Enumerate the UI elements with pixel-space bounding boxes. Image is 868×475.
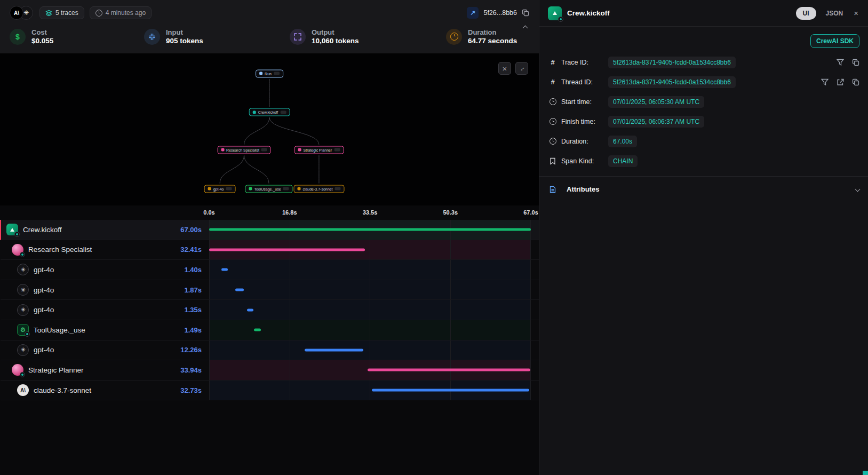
axis-tick: 33.5s — [363, 209, 378, 216]
node-badge — [334, 148, 340, 152]
timeline-track — [209, 360, 531, 380]
filter-button[interactable] — [821, 78, 829, 86]
sidebar-header: Crew.kickoff UI JSON — [539, 0, 868, 27]
attributes-section[interactable]: Attributes — [539, 176, 868, 202]
sidebar-title: Crew.kickoff — [567, 9, 791, 17]
span-label: Research Specialist — [28, 246, 92, 254]
copy-trace-id-button[interactable] — [522, 9, 529, 17]
open-thread-button[interactable] — [837, 78, 844, 86]
stat-value: 64.77 seconds — [468, 37, 517, 45]
timeline-row[interactable]: Crew.kickoff 67.00s — [0, 220, 539, 240]
stats-row: Cost $0.055 Input 905 tokens — [0, 23, 539, 53]
timeline-row[interactable]: gpt-4o 1.35s — [0, 300, 539, 320]
stat-label: Output — [312, 28, 359, 36]
duration-bar — [368, 369, 530, 371]
output-arrows-icon — [290, 29, 306, 45]
node-label: Research Specialist — [226, 148, 259, 152]
graph-node[interactable]: Crew.kickoff — [249, 108, 290, 116]
span-label: ToolUsage._use — [34, 326, 85, 334]
trace-panel: 5 traces 4 minutes ago 5f26...8bb6 — [0, 0, 539, 475]
expand-graph-button[interactable] — [515, 62, 528, 75]
tab-json[interactable]: JSON — [822, 7, 848, 20]
node-label: Crew.kickoff — [258, 110, 278, 114]
graph-node[interactable]: Strategic Planner — [294, 146, 344, 154]
copy-button[interactable] — [852, 59, 859, 66]
field-label: Trace ID: — [561, 59, 608, 66]
timeline-track — [209, 220, 531, 240]
graph-node[interactable]: Run — [256, 69, 283, 77]
field-label: Finish time: — [561, 118, 608, 125]
clock-icon — [450, 33, 458, 41]
node-badge — [280, 110, 286, 114]
trace-topbar: 5 traces 4 minutes ago 5f26...8bb6 — [0, 0, 539, 23]
node-label: Run — [265, 72, 272, 75]
time-ago-badge: 4 minutes ago — [90, 6, 152, 19]
crewai-subbadge-icon — [20, 252, 25, 257]
span-duration: 1.35s — [184, 306, 209, 314]
hash-icon — [548, 58, 558, 66]
span-label: claude-3.7-sonnet — [34, 386, 91, 394]
timeline-row[interactable]: gpt-4o 1.40s — [0, 260, 539, 280]
node-label: gpt-4o — [213, 187, 224, 191]
copy-icon — [852, 59, 859, 66]
span-duration: 1.87s — [184, 286, 209, 294]
node-badge — [261, 148, 267, 152]
resize-handle[interactable] — [863, 471, 868, 475]
close-graph-button[interactable] — [498, 62, 511, 75]
span-label: Crew.kickoff — [23, 226, 62, 234]
trend-up-icon[interactable] — [467, 7, 479, 19]
timeline-track — [209, 260, 531, 280]
timeline-row[interactable]: ToolUsage._use 1.49s — [0, 320, 539, 341]
graph-node[interactable]: gpt-4o — [204, 185, 236, 193]
crewai-subbadge-icon — [14, 232, 20, 237]
close-sidebar-button[interactable] — [853, 9, 859, 18]
trace-graph[interactable]: Run Crew.kickoff Research Specialist Str… — [0, 53, 539, 205]
openai-icon — [17, 304, 29, 316]
span-duration: 1.49s — [184, 326, 209, 334]
graph-node[interactable]: Research Specialist — [217, 146, 271, 154]
stat-label: Cost — [31, 28, 53, 36]
time-axis: 0.0s16.8s33.5s50.3s67.0s — [209, 205, 531, 220]
crewai-subbadge-icon — [558, 17, 563, 22]
node-badge — [226, 187, 232, 191]
thread-id-value[interactable]: 5f2613da-8371-9405-fcdd-0a1534cc8bb6 — [608, 76, 736, 88]
traces-badge[interactable]: 5 traces — [39, 6, 84, 19]
copy-button[interactable] — [852, 78, 859, 86]
anthropic-icon — [17, 384, 29, 396]
timeline-row[interactable]: gpt-4o 1.87s — [0, 280, 539, 300]
timeline-row[interactable]: Research Specialist 32.41s — [0, 240, 539, 260]
provider-logos — [10, 6, 33, 20]
graph-node[interactable]: claude-3.7-sonnet — [293, 185, 344, 193]
node-type-icon — [249, 187, 252, 191]
span-duration: 32.41s — [180, 246, 209, 254]
timeline-row[interactable]: Strategic Planner 33.94s — [0, 360, 539, 381]
span-duration: 33.94s — [180, 366, 209, 374]
duration-bar — [221, 268, 228, 271]
chevron-up-icon — [523, 26, 528, 31]
timeline-track — [209, 300, 531, 320]
axis-tick: 16.8s — [282, 209, 297, 216]
field-label: Duration: — [561, 138, 608, 145]
clock-icon — [548, 138, 558, 145]
timeline-track — [209, 320, 531, 340]
document-icon — [548, 186, 558, 193]
anthropic-icon — [10, 6, 23, 20]
timeline-row[interactable]: gpt-4o 12.26s — [0, 341, 539, 361]
span-duration: 12.26s — [180, 346, 209, 354]
timeline-row[interactable]: claude-3.7-sonnet 32.73s — [0, 381, 539, 401]
stat-input: Input 905 tokens — [144, 28, 290, 45]
openai-icon — [17, 264, 29, 275]
field-row-thread-id: Thread ID: 5f2613da-8371-9405-fcdd-0a153… — [539, 72, 868, 92]
filter-button[interactable] — [837, 59, 844, 66]
span-label: gpt-4o — [34, 286, 54, 294]
stat-cost: Cost $0.055 — [10, 28, 144, 45]
node-label: Strategic Planner — [304, 148, 332, 152]
span-duration: 32.73s — [180, 386, 209, 394]
trace-id-value[interactable]: 5f2613da-8371-9405-fcdd-0a1534cc8bb6 — [608, 57, 736, 68]
collapse-stats-button[interactable] — [523, 26, 527, 30]
time-ago-label: 4 minutes ago — [106, 9, 146, 17]
finish-time-value: 07/01/2025, 06:06:37 AM UTC — [608, 116, 704, 128]
graph-node[interactable]: ToolUsage._use — [245, 185, 292, 193]
node-badge — [274, 72, 280, 75]
tab-ui[interactable]: UI — [796, 7, 816, 20]
